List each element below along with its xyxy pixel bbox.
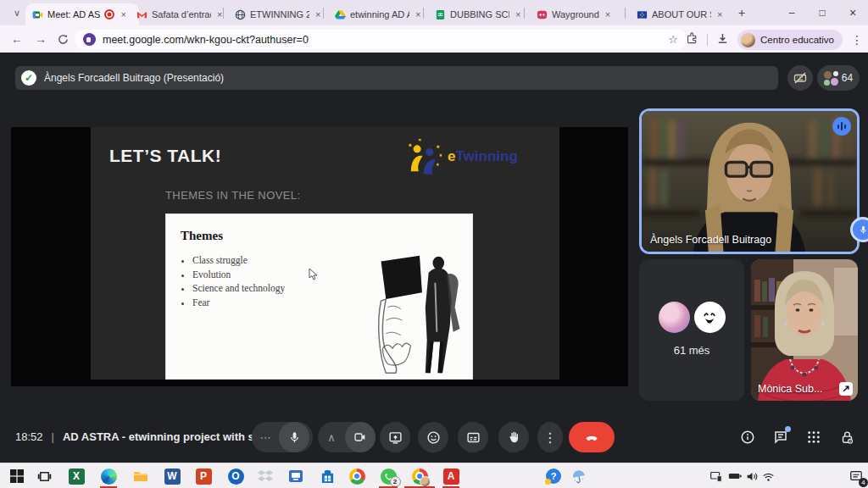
chrome-profile-taskbar-icon[interactable] <box>411 468 428 485</box>
reactions-button[interactable] <box>418 422 448 452</box>
powerpoint-taskbar-icon[interactable]: P <box>195 468 212 485</box>
reload-button[interactable] <box>54 30 71 47</box>
meeting-title: AD ASTRA - etwinning project with s... <box>63 430 264 443</box>
file-explorer-taskbar-icon[interactable] <box>132 468 149 485</box>
tab-drive[interactable]: etwinning AD A × <box>328 3 430 25</box>
meeting-details-icon[interactable] <box>738 428 757 446</box>
weather-umbrella-icon[interactable] <box>570 468 587 485</box>
notification-center-icon[interactable]: 4 <box>848 468 865 485</box>
battery-icon[interactable] <box>727 468 742 485</box>
tab-etwinning[interactable]: ETWINNING 20 × <box>228 3 330 25</box>
drive-favicon-icon <box>334 8 346 20</box>
mic-icon[interactable] <box>279 422 309 452</box>
tab-close-icon[interactable]: × <box>120 9 125 19</box>
downloads-icon[interactable] <box>716 32 729 48</box>
back-button[interactable]: ← <box>8 30 25 47</box>
captions-unavailable-button[interactable] <box>787 65 813 91</box>
mic-control[interactable]: ⋯ <box>252 422 313 452</box>
participants-count-pill[interactable]: 64 <box>817 65 860 91</box>
captions-button[interactable] <box>458 422 488 452</box>
tab-search-button[interactable]: ∨ <box>8 4 25 21</box>
tab-close-icon[interactable]: × <box>717 9 722 19</box>
acrobat-taskbar-icon[interactable]: A <box>442 468 459 485</box>
chrome-taskbar-icon[interactable] <box>348 468 365 485</box>
speaker-tile-name: Àngels Forcadell Buitrago <box>650 234 771 246</box>
participant-avatars-icon <box>824 71 838 86</box>
host-controls-icon[interactable] <box>837 428 856 446</box>
tab-sheets[interactable]: DUBBING SCEN × <box>428 3 531 25</box>
tab-title: Wayground <box>552 9 599 19</box>
url-text: meet.google.com/wkn-kgou-ckt?authuser=0 <box>103 34 661 46</box>
present-button[interactable] <box>380 422 410 452</box>
second-video <box>751 259 858 401</box>
second-video-tile[interactable]: Mònica Sub... <box>751 259 858 401</box>
chat-notification-dot <box>785 426 791 432</box>
more-participants-tile[interactable]: 61 més <box>639 259 744 401</box>
presenter-banner: ✓ Àngels Forcadell Buitrago (Presentació… <box>15 66 778 90</box>
forward-button[interactable]: → <box>32 30 49 47</box>
tab-close-icon[interactable]: × <box>415 9 420 19</box>
volume-icon[interactable] <box>745 468 760 485</box>
etwinning-logo: eTwinning <box>407 139 518 175</box>
remote-app-taskbar-icon[interactable] <box>287 468 304 485</box>
camera-options-icon[interactable]: ∧ <box>318 431 345 444</box>
tab-close-icon[interactable]: × <box>605 9 610 19</box>
excel-taskbar-icon[interactable]: X <box>68 468 85 485</box>
tab-meet[interactable]: Meet: AD AS × <box>25 3 139 25</box>
picture-in-picture-icon[interactable] <box>839 382 853 396</box>
end-call-button[interactable] <box>569 422 615 452</box>
tab-wayground[interactable]: Wayground × <box>530 3 632 25</box>
theme-item: Evolution <box>192 269 285 280</box>
profile-chip[interactable]: Centro educativo <box>737 30 843 50</box>
meeting-info-separator: | <box>52 430 54 443</box>
more-participants-label: 61 més <box>639 344 744 357</box>
chat-icon[interactable] <box>771 428 790 446</box>
extensions-icon[interactable] <box>686 32 698 48</box>
task-view-button[interactable] <box>36 468 53 485</box>
presentation-stage: LET’S TALK! eTwinning <box>11 127 628 386</box>
word-taskbar-icon[interactable]: W <box>164 468 181 485</box>
meeting-clock: 18:52 <box>15 430 43 443</box>
participant-avatar <box>659 302 690 333</box>
activities-icon[interactable] <box>804 428 823 446</box>
tab-title: ABOUT OUR SC <box>652 9 711 19</box>
camera-control[interactable]: ∧ <box>318 422 376 452</box>
second-tile-name: Mònica Sub... <box>758 383 822 395</box>
tab-close-icon[interactable]: × <box>217 9 222 19</box>
edge-taskbar-icon[interactable] <box>100 468 117 485</box>
site-identity-icon[interactable] <box>83 33 96 46</box>
mic-options-icon[interactable]: ⋯ <box>252 431 279 444</box>
help-taskbar-icon[interactable]: ? <box>545 468 562 485</box>
new-tab-button[interactable]: + <box>734 5 749 20</box>
tab-title: Meet: AD AS <box>47 9 100 19</box>
ms-store-taskbar-icon[interactable] <box>319 468 336 485</box>
start-button[interactable] <box>8 468 25 485</box>
maximize-button[interactable]: □ <box>807 0 837 25</box>
tray-device-icon[interactable] <box>709 468 723 485</box>
tab-about-school[interactable]: ABOUT OUR SC × <box>630 3 732 25</box>
browser-menu-icon[interactable]: ⋮ <box>851 33 863 47</box>
bookmark-star-icon[interactable]: ☆ <box>668 33 678 46</box>
raise-hand-button[interactable] <box>498 422 529 452</box>
camera-icon[interactable] <box>345 422 376 452</box>
close-window-button[interactable]: × <box>837 0 868 25</box>
more-options-button[interactable]: ⋮ <box>537 422 563 452</box>
outlook-taskbar-icon[interactable]: O <box>227 468 244 485</box>
presenter-avatar: ✓ <box>21 70 36 86</box>
tab-close-icon[interactable]: × <box>515 9 520 19</box>
whatsapp-taskbar-icon[interactable]: 2 <box>380 468 397 485</box>
address-bar[interactable]: meet.google.com/wkn-kgou-ckt?authuser=0 … <box>75 30 687 49</box>
dropbox-taskbar-icon[interactable] <box>257 468 274 485</box>
tab-close-icon[interactable]: × <box>315 9 320 19</box>
browser-tab-strip: ∨ Meet: AD AS × Safata d’entrada × ETWIN… <box>0 0 868 25</box>
speaker-video-tile[interactable]: Àngels Forcadell Buitrago <box>639 108 860 254</box>
slide-subtitle: THEMES IN THE NOVEL: <box>165 189 300 202</box>
tab-divider <box>625 8 626 19</box>
tab-gmail[interactable]: Safata d’entrada × <box>130 3 231 25</box>
logo-text-rest: Twinning <box>455 148 517 164</box>
network-icon[interactable] <box>761 468 775 485</box>
meet-favicon-icon <box>31 8 43 20</box>
recording-indicator-icon <box>104 9 114 19</box>
wayground-favicon-icon <box>536 8 548 20</box>
minimize-button[interactable]: – <box>776 0 807 25</box>
